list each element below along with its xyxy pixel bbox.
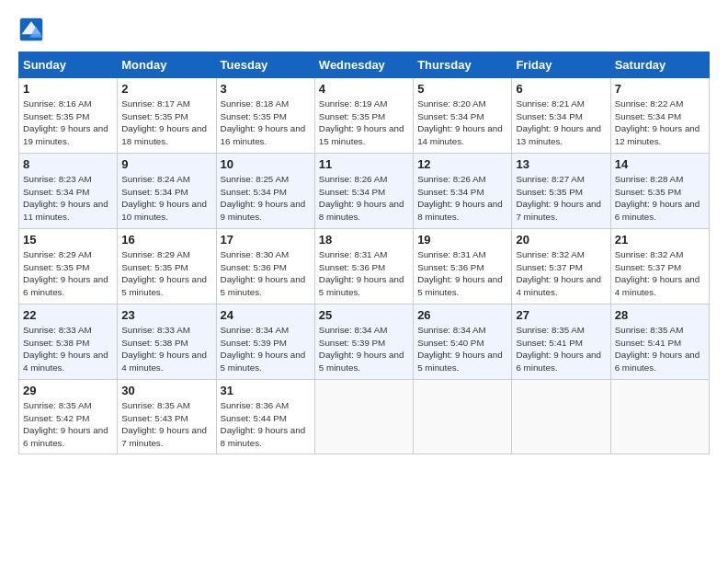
day-info: Sunrise: 8:36 AM Sunset: 5:44 PM Dayligh… xyxy=(221,399,311,450)
table-row: 20 Sunrise: 8:32 AM Sunset: 5:37 PM Dayl… xyxy=(512,229,610,304)
day-number: 4 xyxy=(319,82,409,96)
table-row: 27 Sunrise: 8:35 AM Sunset: 5:41 PM Dayl… xyxy=(512,304,610,380)
day-number: 13 xyxy=(516,157,606,171)
day-info: Sunrise: 8:23 AM Sunset: 5:34 PM Dayligh… xyxy=(23,173,113,224)
day-number: 21 xyxy=(615,233,705,247)
header-wednesday: Wednesday xyxy=(314,52,413,78)
header-tuesday: Tuesday xyxy=(216,52,314,78)
table-row: 30 Sunrise: 8:35 AM Sunset: 5:43 PM Dayl… xyxy=(118,380,216,454)
day-info: Sunrise: 8:29 AM Sunset: 5:35 PM Dayligh… xyxy=(23,248,113,299)
day-info: Sunrise: 8:19 AM Sunset: 5:35 PM Dayligh… xyxy=(319,98,409,148)
table-row: 2 Sunrise: 8:17 AM Sunset: 5:35 PM Dayli… xyxy=(118,78,216,154)
table-row: 24 Sunrise: 8:34 AM Sunset: 5:39 PM Dayl… xyxy=(216,304,314,380)
day-number: 20 xyxy=(516,233,606,247)
day-number: 23 xyxy=(121,308,211,322)
day-number: 19 xyxy=(417,233,507,247)
day-info: Sunrise: 8:29 AM Sunset: 5:35 PM Dayligh… xyxy=(121,248,211,299)
day-info: Sunrise: 8:33 AM Sunset: 5:38 PM Dayligh… xyxy=(121,324,211,374)
table-row: 13 Sunrise: 8:27 AM Sunset: 5:35 PM Dayl… xyxy=(512,154,610,229)
day-number: 17 xyxy=(221,233,311,247)
logo xyxy=(18,17,48,42)
day-number: 2 xyxy=(121,82,211,96)
day-number: 16 xyxy=(121,233,211,247)
table-row: 19 Sunrise: 8:31 AM Sunset: 5:36 PM Dayl… xyxy=(414,229,512,304)
day-info: Sunrise: 8:22 AM Sunset: 5:34 PM Dayligh… xyxy=(615,98,705,148)
day-info: Sunrise: 8:24 AM Sunset: 5:34 PM Dayligh… xyxy=(121,173,211,224)
table-row xyxy=(314,380,413,454)
day-number: 27 xyxy=(516,308,606,322)
day-info: Sunrise: 8:21 AM Sunset: 5:34 PM Dayligh… xyxy=(516,98,606,148)
table-row: 21 Sunrise: 8:32 AM Sunset: 5:37 PM Dayl… xyxy=(610,229,709,304)
weekday-header-row: Sunday Monday Tuesday Wednesday Thursday… xyxy=(19,52,710,78)
table-row: 7 Sunrise: 8:22 AM Sunset: 5:34 PM Dayli… xyxy=(610,78,709,154)
day-number: 28 xyxy=(615,308,705,322)
day-info: Sunrise: 8:26 AM Sunset: 5:34 PM Dayligh… xyxy=(417,173,507,224)
day-info: Sunrise: 8:35 AM Sunset: 5:42 PM Dayligh… xyxy=(23,399,113,450)
table-row: 18 Sunrise: 8:31 AM Sunset: 5:36 PM Dayl… xyxy=(314,229,413,304)
table-row: 1 Sunrise: 8:16 AM Sunset: 5:35 PM Dayli… xyxy=(19,78,118,154)
day-info: Sunrise: 8:16 AM Sunset: 5:35 PM Dayligh… xyxy=(23,98,113,148)
day-info: Sunrise: 8:34 AM Sunset: 5:40 PM Dayligh… xyxy=(417,324,507,374)
day-number: 24 xyxy=(221,308,311,322)
table-row: 22 Sunrise: 8:33 AM Sunset: 5:38 PM Dayl… xyxy=(19,304,118,380)
header-friday: Friday xyxy=(512,52,610,78)
table-row: 15 Sunrise: 8:29 AM Sunset: 5:35 PM Dayl… xyxy=(19,229,118,304)
day-number: 10 xyxy=(221,157,311,171)
table-row: 26 Sunrise: 8:34 AM Sunset: 5:40 PM Dayl… xyxy=(414,304,512,380)
day-info: Sunrise: 8:35 AM Sunset: 5:41 PM Dayligh… xyxy=(516,324,606,374)
day-info: Sunrise: 8:27 AM Sunset: 5:35 PM Dayligh… xyxy=(516,173,606,224)
day-info: Sunrise: 8:18 AM Sunset: 5:35 PM Dayligh… xyxy=(221,98,311,148)
day-info: Sunrise: 8:34 AM Sunset: 5:39 PM Dayligh… xyxy=(319,324,409,374)
table-row: 25 Sunrise: 8:34 AM Sunset: 5:39 PM Dayl… xyxy=(314,304,413,380)
table-row: 8 Sunrise: 8:23 AM Sunset: 5:34 PM Dayli… xyxy=(19,154,118,229)
day-number: 22 xyxy=(23,308,113,322)
table-row: 4 Sunrise: 8:19 AM Sunset: 5:35 PM Dayli… xyxy=(314,78,413,154)
day-info: Sunrise: 8:32 AM Sunset: 5:37 PM Dayligh… xyxy=(615,248,705,299)
day-info: Sunrise: 8:25 AM Sunset: 5:34 PM Dayligh… xyxy=(221,173,311,224)
page: Sunday Monday Tuesday Wednesday Thursday… xyxy=(0,0,728,464)
day-number: 31 xyxy=(221,384,311,397)
calendar: Sunday Monday Tuesday Wednesday Thursday… xyxy=(18,52,710,454)
day-number: 25 xyxy=(319,308,409,322)
table-row: 6 Sunrise: 8:21 AM Sunset: 5:34 PM Dayli… xyxy=(512,78,610,154)
table-row: 23 Sunrise: 8:33 AM Sunset: 5:38 PM Dayl… xyxy=(118,304,216,380)
table-row: 3 Sunrise: 8:18 AM Sunset: 5:35 PM Dayli… xyxy=(216,78,314,154)
day-info: Sunrise: 8:20 AM Sunset: 5:34 PM Dayligh… xyxy=(417,98,507,148)
day-number: 6 xyxy=(516,82,606,96)
day-number: 8 xyxy=(23,157,113,171)
day-info: Sunrise: 8:34 AM Sunset: 5:39 PM Dayligh… xyxy=(221,324,311,374)
table-row: 9 Sunrise: 8:24 AM Sunset: 5:34 PM Dayli… xyxy=(118,154,216,229)
table-row xyxy=(512,380,610,454)
table-row: 17 Sunrise: 8:30 AM Sunset: 5:36 PM Dayl… xyxy=(216,229,314,304)
day-number: 15 xyxy=(23,233,113,247)
day-number: 18 xyxy=(319,233,409,247)
day-number: 11 xyxy=(319,157,409,171)
logo-icon xyxy=(18,17,44,42)
header xyxy=(18,17,710,42)
day-number: 14 xyxy=(615,157,705,171)
day-info: Sunrise: 8:28 AM Sunset: 5:35 PM Dayligh… xyxy=(615,173,705,224)
day-info: Sunrise: 8:33 AM Sunset: 5:38 PM Dayligh… xyxy=(23,324,113,374)
table-row: 11 Sunrise: 8:26 AM Sunset: 5:34 PM Dayl… xyxy=(314,154,413,229)
table-row: 10 Sunrise: 8:25 AM Sunset: 5:34 PM Dayl… xyxy=(216,154,314,229)
header-saturday: Saturday xyxy=(610,52,709,78)
table-row: 12 Sunrise: 8:26 AM Sunset: 5:34 PM Dayl… xyxy=(414,154,512,229)
day-info: Sunrise: 8:31 AM Sunset: 5:36 PM Dayligh… xyxy=(319,248,409,299)
table-row: 31 Sunrise: 8:36 AM Sunset: 5:44 PM Dayl… xyxy=(216,380,314,454)
table-row: 16 Sunrise: 8:29 AM Sunset: 5:35 PM Dayl… xyxy=(118,229,216,304)
day-number: 9 xyxy=(121,157,211,171)
day-number: 29 xyxy=(23,384,113,397)
table-row: 28 Sunrise: 8:35 AM Sunset: 5:41 PM Dayl… xyxy=(610,304,709,380)
day-number: 7 xyxy=(615,82,705,96)
day-number: 26 xyxy=(417,308,507,322)
day-number: 30 xyxy=(121,384,211,397)
day-info: Sunrise: 8:26 AM Sunset: 5:34 PM Dayligh… xyxy=(319,173,409,224)
day-number: 1 xyxy=(23,82,113,96)
table-row xyxy=(414,380,512,454)
day-info: Sunrise: 8:35 AM Sunset: 5:43 PM Dayligh… xyxy=(121,399,211,450)
table-row: 29 Sunrise: 8:35 AM Sunset: 5:42 PM Dayl… xyxy=(19,380,118,454)
day-info: Sunrise: 8:32 AM Sunset: 5:37 PM Dayligh… xyxy=(516,248,606,299)
day-number: 5 xyxy=(417,82,507,96)
day-info: Sunrise: 8:17 AM Sunset: 5:35 PM Dayligh… xyxy=(121,98,211,148)
day-number: 12 xyxy=(417,157,507,171)
